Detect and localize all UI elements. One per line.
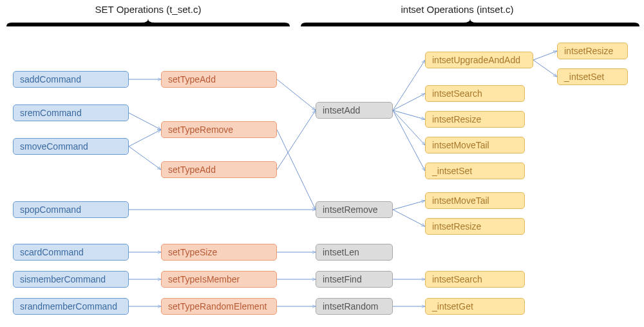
node-intset-add: intsetAdd bbox=[316, 102, 393, 119]
node-intset-movetail-1: intsetMoveTail bbox=[425, 137, 525, 154]
node-settype-size: setTypeSize bbox=[161, 244, 277, 261]
node-smove-command: smoveCommand bbox=[13, 138, 129, 155]
node-intset-len: intsetLen bbox=[316, 244, 393, 261]
node-settype-random: setTypeRandomElement bbox=[161, 298, 277, 315]
node-intset-upgrade-and-add: intsetUpgradeAndAdd bbox=[425, 52, 533, 68]
svg-line-6 bbox=[277, 110, 316, 170]
label: sremCommand bbox=[20, 108, 82, 117]
label: setTypeRandomElement bbox=[168, 302, 267, 311]
node-intset-resize-1: intsetResize bbox=[425, 111, 525, 128]
label: smoveCommand bbox=[20, 142, 88, 151]
label: setTypeRemove bbox=[168, 125, 233, 134]
node-intset-set-e: _intsetSet bbox=[557, 68, 628, 85]
label: intsetFind bbox=[323, 275, 362, 284]
label: sismemberCommand bbox=[20, 275, 106, 284]
svg-line-1 bbox=[129, 113, 161, 130]
label: saddCommand bbox=[20, 75, 81, 84]
label: intsetAdd bbox=[323, 106, 360, 115]
svg-line-14 bbox=[393, 60, 425, 110]
node-settype-remove: setTypeRemove bbox=[161, 121, 277, 138]
brace-right bbox=[299, 18, 641, 27]
svg-line-4 bbox=[277, 79, 316, 110]
label: intsetMoveTail bbox=[432, 196, 489, 205]
node-intset-get: _intsetGet bbox=[425, 298, 525, 315]
label: intsetMoveTail bbox=[432, 141, 489, 150]
node-sismember-command: sismemberCommand bbox=[13, 271, 129, 288]
svg-line-17 bbox=[393, 110, 425, 145]
label: scardCommand bbox=[20, 248, 84, 257]
label: intsetSearch bbox=[432, 275, 482, 284]
svg-line-16 bbox=[393, 110, 425, 119]
label: intsetResize bbox=[564, 46, 613, 55]
section-header-intset: intset Operations (intset.c) bbox=[367, 4, 547, 15]
section-header-set: SET Operations (t_set.c) bbox=[58, 4, 238, 15]
label: srandmemberCommand bbox=[20, 302, 117, 311]
label: _intsetSet bbox=[432, 166, 472, 175]
svg-line-23 bbox=[533, 51, 557, 60]
svg-line-20 bbox=[393, 210, 425, 226]
node-intset-resize-2: intsetResize bbox=[425, 218, 525, 235]
label: intsetResize bbox=[432, 222, 481, 231]
label: intsetRemove bbox=[323, 205, 378, 214]
label: intsetLen bbox=[323, 248, 359, 257]
label: _intsetSet bbox=[564, 72, 604, 81]
svg-line-5 bbox=[277, 130, 316, 210]
node-intset-find: intsetFind bbox=[316, 271, 393, 288]
svg-line-15 bbox=[393, 94, 425, 110]
brace-left bbox=[5, 18, 291, 27]
node-intset-set-1: _intsetSet bbox=[425, 163, 525, 179]
node-settype-add-1: setTypeAdd bbox=[161, 71, 277, 88]
label: setTypeIsMember bbox=[168, 275, 240, 284]
node-settype-ismember: setTypeIsMember bbox=[161, 271, 277, 288]
node-intset-remove: intsetRemove bbox=[316, 201, 393, 218]
label: intsetRandom bbox=[323, 302, 378, 311]
label: intsetSearch bbox=[432, 89, 482, 98]
label: setTypeAdd bbox=[168, 75, 216, 84]
label: intsetUpgradeAndAdd bbox=[432, 55, 520, 64]
label: _intsetGet bbox=[432, 302, 473, 311]
node-intset-movetail-2: intsetMoveTail bbox=[425, 192, 525, 209]
node-spop-command: spopCommand bbox=[13, 201, 129, 218]
node-intset-search-1: intsetSearch bbox=[425, 85, 525, 102]
label: intsetResize bbox=[432, 115, 481, 124]
label: setTypeSize bbox=[168, 248, 217, 257]
svg-line-3 bbox=[129, 146, 161, 170]
svg-line-2 bbox=[129, 130, 161, 146]
node-intset-random: intsetRandom bbox=[316, 298, 393, 315]
svg-line-24 bbox=[533, 60, 557, 77]
node-intset-resize-e: intsetResize bbox=[557, 43, 628, 59]
node-sadd-command: saddCommand bbox=[13, 71, 129, 88]
node-intset-search-2: intsetSearch bbox=[425, 271, 525, 288]
node-settype-add-2: setTypeAdd bbox=[161, 161, 277, 178]
label: setTypeAdd bbox=[168, 165, 216, 174]
node-srem-command: sremCommand bbox=[13, 104, 129, 121]
svg-line-18 bbox=[393, 110, 425, 171]
svg-line-19 bbox=[393, 201, 425, 210]
node-scard-command: scardCommand bbox=[13, 244, 129, 261]
label: spopCommand bbox=[20, 205, 81, 214]
node-srandmember-command: srandmemberCommand bbox=[13, 298, 129, 315]
